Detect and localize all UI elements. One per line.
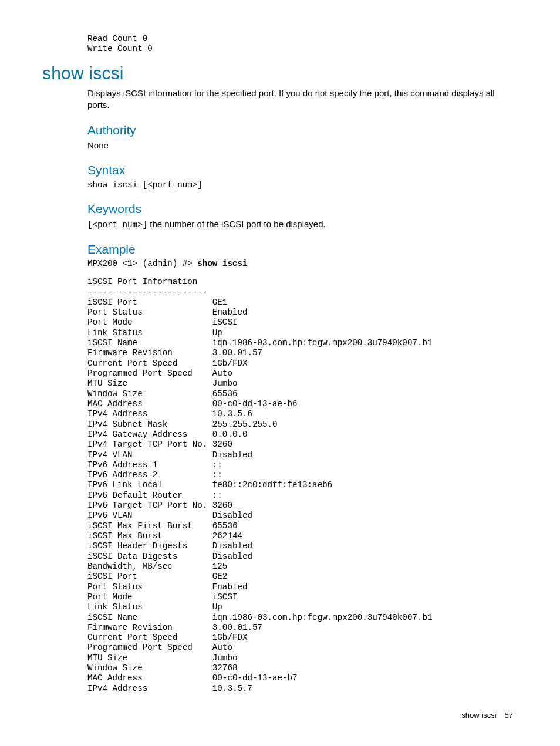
page-footer: show iscsi57 xyxy=(42,710,518,721)
example-output: iSCSI Port Information -----------------… xyxy=(87,277,518,694)
keywords-code: [<port_num>] xyxy=(87,220,147,229)
command-description: Displays iSCSI information for the speci… xyxy=(87,87,518,112)
example-prompt-prefix: MPX200 <1> (admin) #> xyxy=(87,259,197,268)
keywords-heading: Keywords xyxy=(87,201,518,217)
top-code-block: Read Count 0 Write Count 0 xyxy=(87,34,518,55)
example-prompt-line: MPX200 <1> (admin) #> show iscsi xyxy=(87,259,518,269)
authority-body: None xyxy=(87,140,518,151)
command-heading: show iscsi xyxy=(42,62,518,86)
example-prompt-command: show iscsi xyxy=(197,259,247,268)
syntax-code: show iscsi [<port_num>] xyxy=(87,180,518,190)
footer-page-number: 57 xyxy=(505,711,513,720)
keywords-body: [<port_num>] the number of the iSCSI por… xyxy=(87,218,518,230)
authority-heading: Authority xyxy=(87,122,518,139)
footer-label: show iscsi xyxy=(461,711,496,720)
syntax-heading: Syntax xyxy=(87,162,518,178)
example-heading: Example xyxy=(87,241,518,258)
keywords-text: the number of the iSCSI port to be displ… xyxy=(147,219,326,229)
